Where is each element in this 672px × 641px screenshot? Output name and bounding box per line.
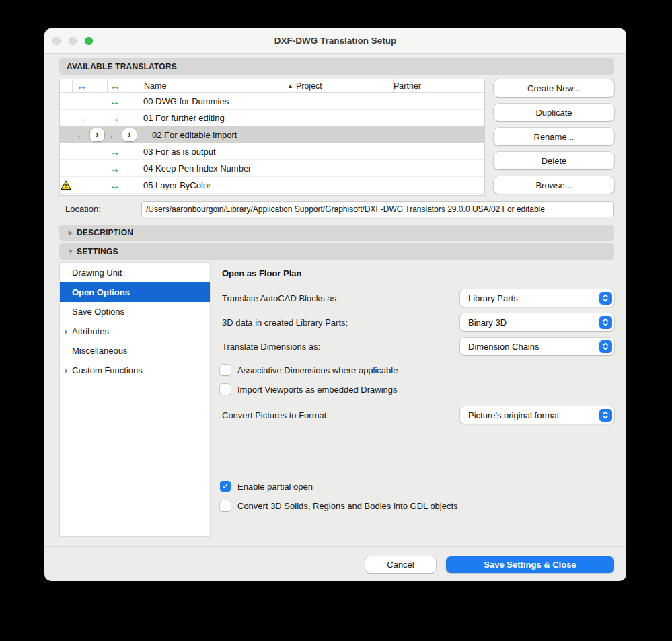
- nav-item-custom-functions[interactable]: ›Custom Functions: [60, 361, 210, 380]
- left-arrow-blue-icon: ←: [76, 130, 86, 140]
- table-row[interactable]: → → 01 For further editing: [60, 110, 484, 126]
- duplicate-button[interactable]: Duplicate: [494, 104, 614, 121]
- footer-divider: [44, 546, 626, 547]
- checkbox-unchecked[interactable]: [220, 500, 231, 511]
- warning-icon: [60, 180, 72, 190]
- left-right-arrow-blue-icon: ↔: [77, 81, 87, 91]
- checkbox-checked[interactable]: [220, 481, 231, 492]
- right-arrow-green-icon: →: [110, 113, 120, 123]
- translate-blocks-label: Translate AutoCAD Blocks as:: [222, 293, 339, 303]
- save-settings-close-button[interactable]: Save Settings & Close: [446, 556, 614, 573]
- 3d-data-label: 3D data in created Library Parts:: [222, 317, 348, 328]
- translator-name: 03 For as is output: [143, 147, 216, 157]
- column-header-save-direction[interactable]: ↔: [107, 79, 143, 92]
- table-row[interactable]: → 03 For as is output: [60, 143, 484, 160]
- save-settings-expander-button[interactable]: ›: [122, 128, 137, 141]
- nav-item-attributes[interactable]: ›Attributes: [60, 322, 210, 341]
- column-header-name[interactable]: Name: [143, 79, 287, 92]
- convert-3d-solids-checkbox-row[interactable]: Convert 3D Solids, Regions and Bodies in…: [220, 500, 458, 511]
- associative-dimensions-checkbox-row[interactable]: Associative Dimensions where applicable: [220, 365, 398, 375]
- sort-ascending-icon: ▲: [287, 83, 293, 89]
- dxf-dwg-translation-setup-dialog: DXF-DWG Translation Setup AVAILABLE TRAN…: [44, 28, 626, 581]
- create-new-button[interactable]: Create New...: [494, 79, 614, 97]
- open-as-floor-plan-heading: Open as Floor Plan: [222, 268, 301, 278]
- chevron-up-down-icon: [599, 340, 612, 353]
- title-bar: DXF-DWG Translation Setup: [44, 28, 626, 54]
- chevron-up-down-icon: [599, 409, 612, 422]
- right-arrow-green-icon: →: [110, 163, 120, 174]
- location-path-field[interactable]: /Users/aaronbourgoin/Library/Application…: [141, 201, 614, 217]
- table-row[interactable]: ↔ 05 Layer ByColor: [60, 177, 484, 194]
- nav-item-drawing-unit[interactable]: Drawing Unit: [60, 263, 210, 282]
- available-translators-header: AVAILABLE TRANSLATORS: [59, 58, 614, 75]
- chevron-right-icon: ›: [60, 326, 72, 336]
- nav-item-save-options[interactable]: Save Options: [60, 302, 210, 322]
- table-row[interactable]: → 04 Keep Pen Index Number: [60, 160, 484, 177]
- translator-name: 00 DWG for Dummies: [143, 96, 229, 106]
- enable-partial-open-checkbox-row[interactable]: Enable partial open: [220, 481, 313, 492]
- translator-name: 01 For further editing: [143, 113, 225, 123]
- open-settings-expander-button[interactable]: ›: [90, 128, 104, 141]
- delete-button[interactable]: Delete: [494, 152, 614, 169]
- translate-dimensions-dropdown[interactable]: Dimension Chains: [460, 338, 614, 355]
- available-translators-label: AVAILABLE TRANSLATORS: [67, 62, 177, 71]
- table-row[interactable]: ↔ 00 DWG for Dummies: [60, 93, 484, 110]
- translate-blocks-dropdown[interactable]: Library Parts: [460, 289, 614, 307]
- rename-button[interactable]: Rename...: [494, 128, 614, 145]
- left-right-arrow-green-icon: ↔: [110, 81, 120, 91]
- translators-table-header: ↔ ↔ Name ▲Project Partner: [60, 79, 484, 93]
- import-viewports-checkbox-row[interactable]: Import Viewports as embedded Drawings: [220, 384, 398, 395]
- checkbox-unchecked[interactable]: [220, 384, 231, 395]
- translator-name: 02 For editable import: [152, 130, 237, 140]
- translators-table: ↔ ↔ Name ▲Project Partner ↔ 00 DWG for D…: [59, 79, 485, 196]
- column-header-project[interactable]: ▲Project: [287, 79, 393, 92]
- translator-name: 04 Keep Pen Index Number: [143, 163, 251, 174]
- chevron-up-down-icon: [599, 292, 612, 305]
- convert-pictures-label: Convert Pictures to Format:: [222, 410, 329, 420]
- window-title: DXF-DWG Translation Setup: [44, 28, 626, 54]
- chevron-up-down-icon: [599, 316, 612, 329]
- description-section-header[interactable]: ▶ DESCRIPTION: [59, 225, 614, 241]
- nav-item-miscellaneous[interactable]: Miscellaneous: [60, 341, 210, 361]
- column-header-partner[interactable]: Partner: [393, 79, 484, 92]
- column-header-open-direction[interactable]: ↔: [72, 79, 107, 92]
- disclosure-expanded-icon: ▼: [65, 248, 77, 255]
- description-label: DESCRIPTION: [77, 228, 133, 237]
- checkbox-unchecked[interactable]: [220, 365, 231, 375]
- translator-name: 05 Layer ByColor: [143, 180, 211, 190]
- left-right-arrow-green-icon: ↔: [110, 180, 120, 190]
- settings-section-header[interactable]: ▼ SETTINGS: [59, 243, 614, 260]
- left-right-arrow-green-icon: ↔: [110, 96, 120, 106]
- chevron-right-icon: ›: [60, 365, 72, 375]
- table-row-selected[interactable]: ← › ← › 02 For editable import: [60, 126, 484, 143]
- convert-pictures-dropdown[interactable]: Picture's original format: [460, 406, 614, 424]
- settings-nav-sidebar: Drawing Unit Open Options Save Options ›…: [59, 262, 211, 537]
- browse-button[interactable]: Browse...: [494, 176, 614, 194]
- translate-dimensions-label: Translate Dimensions as:: [222, 342, 320, 352]
- right-arrow-green-icon: →: [110, 147, 120, 157]
- disclosure-collapsed-icon: ▶: [65, 229, 77, 236]
- 3d-data-dropdown[interactable]: Binary 3D: [460, 313, 614, 331]
- settings-label: SETTINGS: [77, 247, 118, 256]
- right-arrow-blue-icon: →: [76, 113, 86, 123]
- nav-item-open-options[interactable]: Open Options: [60, 282, 210, 302]
- cancel-button[interactable]: Cancel: [365, 556, 436, 573]
- location-label: Location:: [65, 204, 101, 214]
- left-arrow-green-icon: ←: [108, 130, 118, 140]
